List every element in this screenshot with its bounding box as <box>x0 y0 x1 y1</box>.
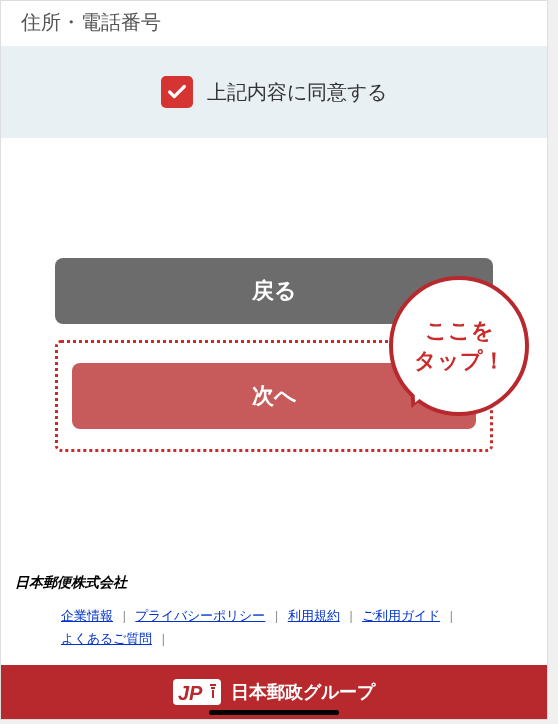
link-guide[interactable]: ご利用ガイド <box>362 608 440 623</box>
check-icon <box>166 81 188 103</box>
section-label: 住所・電話番号 <box>1 1 547 46</box>
svg-rect-2 <box>210 684 216 686</box>
tap-here-callout: ここを タップ！ <box>389 276 529 416</box>
app-screen: 住所・電話番号 上記内容に同意する 戻る 次へ ここを タップ！ 日本郵便株式会… <box>0 0 548 720</box>
company-name: 日本郵便株式会社 <box>1 570 547 596</box>
footer-links: 企業情報 | プライバシーポリシー | 利用規約 | ご利用ガイド | よくある… <box>1 596 547 665</box>
consent-panel: 上記内容に同意する <box>1 46 547 138</box>
consent-label: 上記内容に同意する <box>207 79 387 106</box>
footer: 日本郵便株式会社 企業情報 | プライバシーポリシー | 利用規約 | ご利用ガ… <box>1 570 547 719</box>
footer-group-label: 日本郵政グループ <box>231 680 375 704</box>
home-indicator <box>209 710 339 715</box>
svg-rect-3 <box>211 687 215 689</box>
svg-text:JP: JP <box>178 682 203 704</box>
consent-checkbox[interactable] <box>161 76 193 108</box>
link-faq[interactable]: よくあるご質問 <box>61 631 152 646</box>
svg-rect-4 <box>212 690 214 698</box>
jp-logo-icon: JP <box>173 676 221 708</box>
consent-checkbox-row[interactable]: 上記内容に同意する <box>161 76 387 108</box>
link-corporate[interactable]: 企業情報 <box>61 608 113 623</box>
link-terms[interactable]: 利用規約 <box>288 608 340 623</box>
link-privacy[interactable]: プライバシーポリシー <box>135 608 265 623</box>
footer-brand-bar: JP 日本郵政グループ <box>1 665 547 719</box>
callout-text: ここを タップ！ <box>414 316 505 375</box>
